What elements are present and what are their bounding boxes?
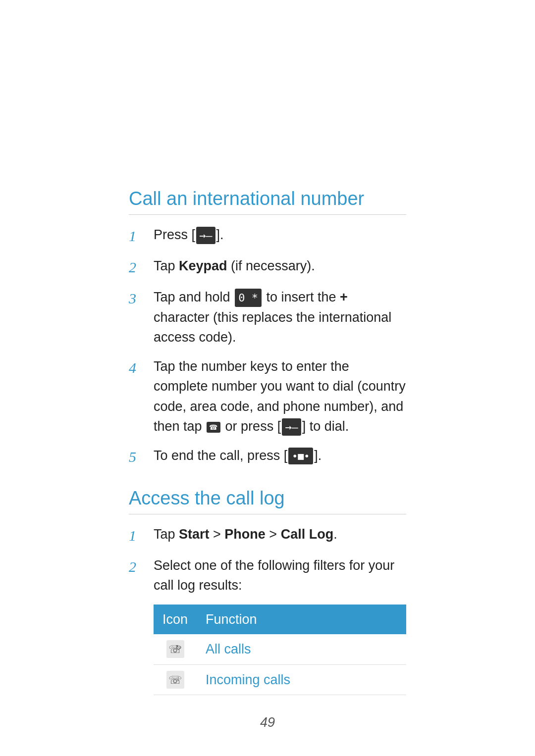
step-text: Tap Keypad (if necessary). (154, 256, 406, 276)
step-number: 2 (129, 555, 149, 578)
step-item: 1 Press [→—]. (129, 225, 406, 247)
svg-text:☏: ☏ (168, 674, 182, 686)
section-calllog: Access the call log 1 Tap Start > Phone … (129, 488, 406, 696)
step-item: 4 Tap the number keys to enter the compl… (129, 356, 406, 437)
section-international: Call an international number 1 Press [→—… (129, 188, 406, 468)
call-log-table: Icon Function ☏ (154, 605, 406, 696)
zero-key: 0 * (235, 289, 262, 307)
step-text: Tap and hold 0 * to insert the + charact… (154, 287, 406, 348)
step-item: 1 Tap Start > Phone > Call Log. (129, 524, 406, 547)
function-cell-incoming: Incoming calls (197, 664, 406, 695)
table-row: ☏ ↻ All calls (154, 634, 406, 664)
step-text: Select one of the following filters for … (154, 555, 406, 696)
icon-col-header: Icon (154, 605, 197, 635)
step-text: Tap Start > Phone > Call Log. (154, 524, 406, 545)
page-container: Call an international number 1 Press [→—… (0, 0, 535, 756)
icon-cell-incoming: ☏ ↓ (154, 664, 197, 695)
international-steps: 1 Press [→—]. 2 Tap Keypad (if necessary… (129, 225, 406, 468)
step-text: Tap the number keys to enter the complet… (154, 356, 406, 437)
step-text: To end the call, press [•■•]. (154, 446, 406, 466)
step-number: 4 (129, 356, 149, 379)
function-col-header: Function (197, 605, 406, 635)
step-item: 2 Tap Keypad (if necessary). (129, 256, 406, 278)
table-header-row: Icon Function (154, 605, 406, 635)
step-number: 1 (129, 524, 149, 547)
svg-text:↓: ↓ (176, 674, 180, 682)
step-number: 2 (129, 256, 149, 278)
page-number: 49 (129, 715, 406, 730)
svg-text:☎: ☎ (209, 423, 217, 431)
section-title-international: Call an international number (129, 188, 406, 215)
function-cell-allcalls: All calls (197, 634, 406, 664)
step-number: 1 (129, 225, 149, 247)
back-key: →— (196, 227, 215, 244)
table-row: ☏ ↓ Incoming calls (154, 664, 406, 695)
svg-text:↻: ↻ (175, 644, 181, 652)
section-title-calllog: Access the call log (129, 488, 406, 514)
step-number: 5 (129, 446, 149, 468)
end-key: •■• (288, 448, 313, 464)
step-item: 3 Tap and hold 0 * to insert the + chara… (129, 287, 406, 348)
dial-key: →— (282, 418, 301, 436)
phone-icon: ☎ (207, 422, 220, 433)
all-calls-icon: ☏ ↻ (166, 640, 184, 658)
step-text: Press [→—]. (154, 225, 406, 245)
icon-cell-allcalls: ☏ ↻ (154, 634, 197, 664)
step-item: 5 To end the call, press [•■•]. (129, 446, 406, 468)
step-number: 3 (129, 287, 149, 309)
calllog-steps: 1 Tap Start > Phone > Call Log. 2 Select… (129, 524, 406, 696)
incoming-calls-icon: ☏ ↓ (166, 671, 184, 689)
step-item: 2 Select one of the following filters fo… (129, 555, 406, 696)
